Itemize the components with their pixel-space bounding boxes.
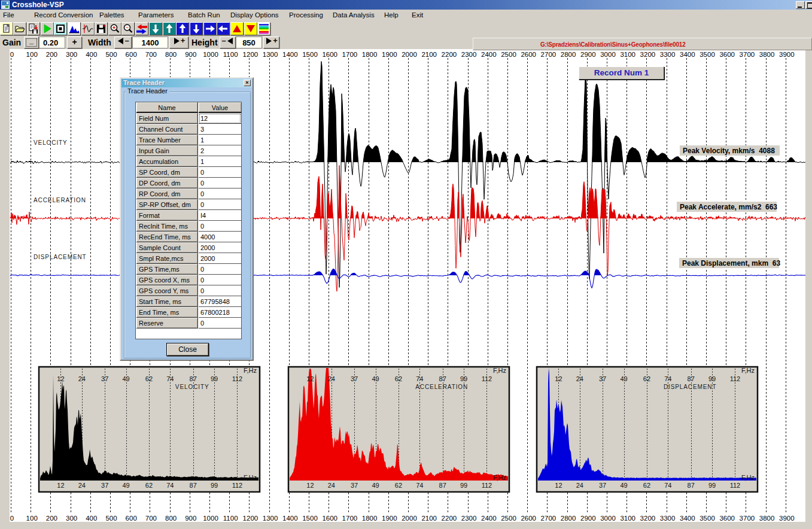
svg-text:99: 99 [211,482,218,489]
svg-text:49: 49 [372,482,379,489]
svg-text:2000: 2000 [402,51,417,58]
svg-text:3200: 3200 [640,515,656,522]
svg-text:3700: 3700 [740,515,755,522]
svg-text:600: 600 [126,51,137,58]
svg-text:1600: 1600 [322,51,337,58]
svg-text:1800: 1800 [362,51,378,58]
svg-text:24: 24 [328,482,335,489]
svg-text:2500: 2500 [501,51,516,58]
svg-text:1700: 1700 [342,515,358,522]
svg-text:500: 500 [105,515,117,522]
svg-text:112: 112 [730,482,741,489]
svg-text:F,Hz: F,Hz [493,474,506,481]
svg-text:112: 112 [730,375,741,382]
svg-text:99: 99 [460,482,467,489]
svg-text:3300: 3300 [660,515,676,522]
svg-text:2900: 2900 [580,515,596,522]
svg-text:2700: 2700 [541,515,556,522]
svg-text:74: 74 [664,482,671,489]
svg-text:12: 12 [306,375,314,382]
svg-text:99: 99 [708,482,716,489]
svg-text:1000: 1000 [203,515,218,522]
svg-text:1000: 1000 [203,51,218,58]
svg-text:300: 300 [66,515,77,522]
svg-text:F,Hz: F,Hz [244,367,257,374]
svg-text:2500: 2500 [501,515,516,522]
svg-text:2900: 2900 [580,51,596,58]
svg-text:2300: 2300 [461,51,477,58]
svg-text:1900: 1900 [382,51,397,58]
svg-text:1400: 1400 [282,515,298,522]
svg-text:3700: 3700 [740,51,755,58]
svg-text:3900: 3900 [779,51,795,58]
svg-text:1300: 1300 [263,51,278,58]
svg-text:3300: 3300 [660,51,676,58]
svg-text:74: 74 [416,375,423,382]
svg-text:3600: 3600 [719,51,735,58]
svg-text:700: 700 [145,51,157,58]
svg-text:ACCELERATION: ACCELERATION [415,384,468,390]
svg-text:74: 74 [166,482,174,489]
svg-text:3100: 3100 [620,51,635,58]
svg-text:300: 300 [66,51,77,58]
svg-text:3400: 3400 [680,51,695,58]
svg-text:F,Hz: F,Hz [741,474,755,481]
svg-text:2200: 2200 [442,51,457,58]
svg-text:2000: 2000 [402,515,417,522]
svg-text:1800: 1800 [362,515,378,522]
svg-text:62: 62 [395,482,402,489]
svg-text:1100: 1100 [223,51,238,58]
svg-text:37: 37 [101,482,108,489]
svg-text:0: 0 [10,51,14,58]
svg-text:900: 900 [185,51,196,58]
svg-text:24: 24 [78,482,86,489]
svg-text:112: 112 [232,375,243,382]
svg-text:49: 49 [122,482,129,489]
svg-text:DISPLACEMENT: DISPLACEMENT [664,384,717,390]
svg-text:700: 700 [145,515,157,522]
svg-text:37: 37 [351,375,358,382]
svg-text:74: 74 [416,482,423,489]
svg-text:37: 37 [351,482,358,489]
svg-text:200: 200 [46,51,57,58]
svg-text:3000: 3000 [600,51,616,58]
svg-text:200: 200 [46,515,57,522]
svg-text:24: 24 [576,482,583,489]
svg-text:1400: 1400 [282,51,298,58]
svg-text:99: 99 [211,375,218,382]
svg-text:2600: 2600 [521,51,536,58]
svg-text:62: 62 [145,482,153,489]
svg-text:49: 49 [122,375,129,382]
svg-text:87: 87 [190,482,197,489]
svg-text:1100: 1100 [223,515,238,522]
svg-text:74: 74 [166,375,174,382]
svg-text:3400: 3400 [680,515,695,522]
svg-text:1600: 1600 [322,515,337,522]
svg-text:2400: 2400 [481,515,497,522]
svg-text:87: 87 [439,482,446,489]
svg-text:112: 112 [482,482,492,489]
svg-text:49: 49 [372,375,379,382]
svg-text:87: 87 [190,375,197,382]
svg-text:112: 112 [482,375,492,382]
svg-text:99: 99 [460,375,467,382]
svg-text:2400: 2400 [481,51,497,58]
svg-text:3900: 3900 [779,515,795,522]
svg-text:800: 800 [165,515,177,522]
svg-text:62: 62 [145,375,153,382]
svg-text:2800: 2800 [561,51,576,58]
svg-text:F,Hz: F,Hz [244,474,257,481]
svg-text:2300: 2300 [461,515,477,522]
svg-text:12: 12 [555,482,562,489]
svg-text:37: 37 [599,482,606,489]
svg-text:1500: 1500 [302,51,318,58]
svg-text:100: 100 [26,515,38,522]
svg-text:24: 24 [78,375,86,382]
svg-text:12: 12 [57,482,64,489]
svg-text:3500: 3500 [700,515,715,522]
svg-text:3800: 3800 [759,515,775,522]
svg-text:2700: 2700 [541,51,556,58]
svg-text:2800: 2800 [561,515,576,522]
svg-text:3500: 3500 [700,51,715,58]
svg-text:1200: 1200 [243,51,258,58]
